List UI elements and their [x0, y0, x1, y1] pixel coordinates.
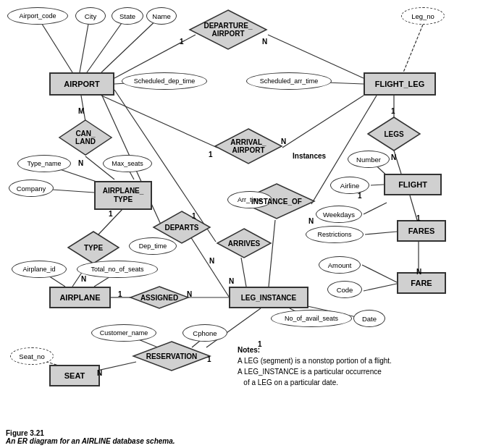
- card-dep-n: N: [262, 38, 267, 46]
- card-inst-1: 1: [358, 192, 362, 200]
- card-type-1: 1: [109, 210, 113, 218]
- card-inst-n: N: [308, 217, 314, 225]
- card-departs-1: 1: [192, 212, 196, 220]
- card-dep-1: 1: [180, 38, 184, 46]
- svg-line-9: [101, 96, 217, 148]
- leg-instance-entity: LEG_INSTANCE: [229, 287, 308, 308]
- card-type-n: N: [81, 275, 86, 283]
- airplane-id-attr: Airplane_id: [12, 261, 67, 278]
- no-of-avail-seats-attr: No_of_avail_seats: [271, 310, 352, 327]
- amount-attr: Amount: [319, 256, 361, 274]
- date-attr: Date: [353, 310, 385, 327]
- card-legs-1: 1: [391, 107, 395, 115]
- card-inst-instances: Instances: [293, 152, 326, 160]
- card-legs-n: N: [391, 153, 396, 161]
- card-assigned-n: N: [187, 290, 192, 298]
- weekdays-attr: Weekdays: [316, 206, 362, 223]
- seat-entity: SEAT: [49, 365, 100, 386]
- departure-airport-rel: DEPARTURE_AIRPORT: [188, 9, 268, 51]
- can-land-rel: CAN_LAND: [58, 119, 113, 156]
- svg-line-26: [365, 232, 397, 234]
- dep-time-attr: Dep_time: [129, 237, 177, 255]
- svg-line-23: [371, 185, 384, 185]
- card-can-m: M: [78, 107, 84, 115]
- svg-line-36: [241, 258, 246, 287]
- card-arrives-n: N: [229, 277, 234, 285]
- card-departs-n: N: [209, 257, 214, 265]
- figure-caption: Figure 3.21 An ER diagram for an AIRLINE…: [6, 429, 175, 445]
- airline-attr: Airline: [330, 177, 369, 194]
- city-attr: City: [75, 7, 106, 25]
- card-arr-n: N: [281, 138, 286, 145]
- state-attr: State: [112, 7, 143, 25]
- card-can-n: N: [78, 159, 83, 167]
- card-res-n: N: [97, 369, 102, 377]
- flight-leg-entity: FLIGHT_LEG: [364, 72, 436, 96]
- company-attr: Company: [9, 179, 54, 197]
- card-assigned-1: 1: [118, 290, 122, 298]
- airport-code-attr: Airport_code: [7, 7, 68, 25]
- arrives-rel: ARRIVES: [216, 227, 272, 259]
- code-attr: Code: [327, 281, 362, 298]
- svg-line-28: [362, 265, 397, 282]
- airplane-entity: AIRPLANE: [49, 287, 111, 308]
- scheduled-dep-time-attr: Scheduled_dep_time: [122, 72, 207, 90]
- svg-line-6: [403, 25, 423, 72]
- type-rel: TYPE: [67, 230, 120, 265]
- max-seats-attr: Max_seats: [103, 155, 152, 172]
- legs-rel: LEGS: [366, 116, 421, 152]
- flight-entity: FLIGHT: [384, 174, 442, 195]
- number-attr: Number: [348, 151, 390, 168]
- card-arr-1: 1: [209, 151, 213, 159]
- total-no-of-seats-attr: Total_no_of_seats: [77, 261, 158, 278]
- card-fares-1: 1: [416, 214, 421, 222]
- airport-entity: AIRPORT: [49, 72, 114, 96]
- arrival-airport-rel: ARRIVAL_AIRPORT: [214, 127, 283, 165]
- card-fares-n: N: [416, 268, 421, 276]
- assigned-rel: ASSIGNED: [129, 285, 190, 310]
- reservation-rel: RESERVATION: [132, 340, 211, 372]
- name-attr: Name: [146, 7, 177, 25]
- customer-name-attr: Customer_name: [91, 324, 156, 342]
- svg-line-29: [364, 284, 397, 291]
- airplane-type-entity: AIRPLANE_TYPE: [94, 181, 152, 210]
- scheduled-arr-time-attr: Scheduled_arr_time: [246, 72, 332, 90]
- cphone-attr: Cphone: [182, 324, 227, 342]
- svg-line-24: [364, 203, 387, 214]
- svg-line-3: [101, 16, 161, 72]
- svg-line-8: [268, 35, 364, 78]
- svg-line-10: [282, 96, 364, 148]
- type-name-attr: Type_name: [17, 155, 71, 172]
- restrictions-attr: Restrictions: [306, 226, 364, 243]
- leg-no-attr: Leg_no: [401, 7, 445, 25]
- seat-no-attr: Seat_no: [10, 347, 54, 365]
- notes-box: Notes: A LEG (segment) is a nonstop port…: [238, 345, 392, 388]
- card-res-1: 1: [207, 355, 211, 363]
- fares-entity: FARES: [397, 220, 446, 242]
